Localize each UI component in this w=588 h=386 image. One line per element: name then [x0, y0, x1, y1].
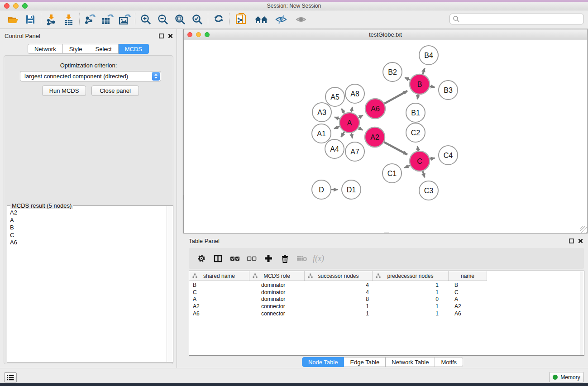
result-item[interactable]: A — [7, 217, 167, 224]
plus-icon — [264, 254, 272, 262]
delete-table-button[interactable] — [293, 250, 310, 267]
column-header-successor-nodes[interactable]: successor nodes — [305, 271, 373, 281]
close-window-button[interactable] — [4, 3, 10, 9]
node-label-B1: B1 — [411, 109, 420, 117]
column-type-icon — [376, 273, 381, 278]
result-item[interactable]: C — [7, 232, 167, 239]
zoom-fit-button[interactable] — [172, 12, 189, 27]
list-icon — [7, 375, 14, 381]
network-window-titlebar[interactable]: testGlobe.txt — [184, 29, 587, 40]
table-scrollbar[interactable] — [580, 271, 583, 355]
task-history-button[interactable] — [4, 372, 17, 382]
table-tabs: Node TableEdge TableNetwork TableMotifs — [177, 357, 588, 367]
close-panel-icon[interactable] — [168, 33, 173, 38]
column-header-shared-name[interactable]: shared name — [189, 271, 249, 281]
import-network-button[interactable] — [43, 12, 60, 27]
criterion-select[interactable]: largest connected component (directed) — [20, 71, 161, 81]
edge-A-A3[interactable] — [335, 117, 339, 119]
mcds-result-list[interactable]: A2ABCA6 — [7, 209, 167, 362]
node-label-B2: B2 — [388, 68, 397, 76]
clone-network-button[interactable] — [231, 12, 251, 27]
table-row[interactable]: A6connector11A6 — [189, 310, 487, 317]
tab-mcds[interactable]: MCDS — [119, 44, 149, 54]
zoom-in-button[interactable] — [137, 12, 154, 27]
export-image-button[interactable] — [116, 12, 133, 27]
edge-A-A2[interactable] — [359, 128, 363, 130]
table-settings-button[interactable] — [193, 250, 210, 267]
resize-grip[interactable] — [580, 226, 587, 233]
tab-network-table[interactable]: Network Table — [386, 357, 435, 367]
function-builder-button[interactable]: f(x) — [310, 250, 327, 267]
save-session-button[interactable] — [22, 12, 39, 27]
edge-A-A1[interactable] — [334, 126, 340, 129]
deselect-all-button[interactable] — [243, 250, 260, 267]
node-label-A6: A6 — [371, 105, 380, 113]
first-neighbors-button[interactable] — [251, 12, 271, 27]
zoom-network-window-button[interactable] — [205, 32, 210, 37]
import-table-button[interactable] — [60, 12, 77, 27]
export-network-button[interactable] — [81, 12, 99, 27]
cell-MCDS-role: connector — [249, 303, 305, 310]
table-row[interactable]: Adominator80A — [189, 295, 487, 303]
export-table-button[interactable] — [99, 12, 116, 27]
tab-select[interactable]: Select — [89, 44, 119, 54]
edge-C-C2[interactable] — [417, 146, 418, 151]
minimize-window-button[interactable] — [13, 3, 19, 9]
show-details-button[interactable] — [291, 12, 311, 27]
tab-network[interactable]: Network — [28, 44, 63, 54]
refresh-view-button[interactable] — [210, 12, 227, 27]
result-item[interactable]: B — [7, 224, 167, 232]
minimize-network-window-button[interactable] — [196, 32, 201, 37]
search-icon — [453, 15, 460, 23]
edge-C-C3[interactable] — [423, 171, 425, 177]
create-column-button[interactable] — [260, 250, 277, 267]
search-input[interactable] — [460, 14, 583, 24]
close-panel-button[interactable]: Close panel — [91, 86, 139, 96]
table-row[interactable]: A2connector11A2 — [189, 303, 487, 310]
memory-button[interactable]: Memory — [549, 372, 584, 382]
tab-node-table[interactable]: Node Table — [302, 357, 344, 367]
close-network-window-button[interactable] — [187, 32, 192, 37]
table-row[interactable]: Cdominator41C — [189, 289, 487, 296]
edge-B-B3[interactable] — [430, 86, 435, 87]
result-item[interactable]: A6 — [7, 239, 167, 247]
select-all-button[interactable] — [226, 250, 243, 267]
table-row[interactable]: Bdominator41B — [189, 281, 487, 289]
column-header-MCDS-role[interactable]: MCDS role — [249, 271, 305, 281]
column-header-predecessor-nodes[interactable]: predecessor nodes — [373, 271, 449, 281]
zoom-out-button[interactable] — [154, 12, 172, 27]
node-label-C: C — [417, 157, 422, 165]
show-column-button[interactable] — [210, 250, 226, 267]
edge-B-B4[interactable] — [423, 68, 425, 74]
toolbar-separator — [41, 13, 41, 26]
edge-A-A4[interactable] — [341, 132, 344, 137]
network-canvas[interactable]: B4B2BB3B1A5A8A6A3AA1A2A4A7C2CC4C1C3DD1 — [184, 41, 587, 233]
open-file-button[interactable] — [5, 12, 22, 27]
float-table-panel-icon[interactable] — [569, 238, 574, 243]
edge-A-A8[interactable] — [351, 107, 352, 113]
edge-B-B2[interactable] — [405, 77, 410, 80]
close-table-panel-icon[interactable] — [578, 238, 583, 243]
hide-details-button[interactable] — [271, 12, 291, 27]
tab-style[interactable]: Style — [63, 44, 89, 54]
edge-B-B1[interactable] — [417, 95, 418, 100]
edge-A-A6[interactable] — [359, 115, 363, 118]
edge-A-A5[interactable] — [342, 109, 344, 114]
column-header-name[interactable]: name — [449, 271, 487, 281]
run-mcds-button[interactable]: Run MCDS — [42, 86, 86, 96]
result-scrollbar[interactable] — [167, 206, 172, 362]
edge-C-C4[interactable] — [430, 158, 435, 159]
edge-A6-B[interactable] — [384, 91, 407, 104]
zoom-window-button[interactable] — [22, 3, 28, 9]
table-columns-icon — [214, 255, 223, 262]
tab-edge-table[interactable]: Edge Table — [344, 357, 386, 367]
node-label-B3: B3 — [444, 86, 453, 94]
tab-motifs[interactable]: Motifs — [435, 357, 463, 367]
delete-column-button[interactable] — [277, 250, 293, 267]
result-item[interactable]: A2 — [7, 209, 167, 217]
edge-A2-C[interactable] — [384, 142, 407, 155]
float-panel-icon[interactable] — [159, 33, 164, 38]
zoom-selected-button[interactable] — [189, 12, 206, 27]
edge-A-A7[interactable] — [351, 133, 352, 138]
edge-C-C1[interactable] — [404, 165, 410, 168]
